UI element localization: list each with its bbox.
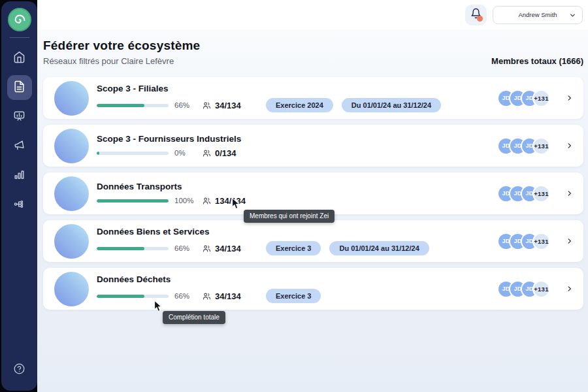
page-title: Fédérer votre écosystème [43,29,583,53]
home-icon [13,51,25,66]
progress-label: 100% [174,197,199,204]
progress-fill [97,247,144,250]
progress-bar [97,295,169,298]
sidebar-item-statistics[interactable] [7,163,32,188]
top-header: Andrew Smith [37,0,588,29]
user-menu-button[interactable]: Andrew Smith [493,6,583,24]
network-title: Scope 3 - Filiales [97,84,441,93]
sidebar-item-announcements[interactable] [7,134,32,159]
sidebar-item-documents[interactable] [7,75,32,100]
avatar-group: JDJDJD+131 [497,90,550,107]
chevron-right-icon[interactable] [564,186,574,201]
avatar-overflow-count: +131 [532,280,550,298]
avatar-group: JDJDJD+131 [497,280,550,298]
progress-bar [97,152,169,155]
network-card[interactable]: Données Biens et Services 66% 34/134 Exe… [43,220,583,262]
members-count: 34/134 [215,101,241,110]
tooltip-completion: Complétion totale [163,311,225,324]
user-name: Andrew Smith [518,11,557,18]
sidebar-item-dashboard[interactable] [7,105,32,129]
avatar-overflow-count: +131 [532,137,550,155]
network-info: Données Biens et Services 66% 34/134 Exe… [97,227,429,255]
members-count-group: 34/134 [202,244,257,253]
network-avatar [54,272,89,306]
network-icon [13,198,25,213]
members-count-group: 134/134 [202,196,257,206]
sidebar-item-help[interactable] [7,357,32,382]
members-icon [202,101,212,110]
badge: Exercice 2024 [266,98,333,112]
badge: Du 01/01/24 au 31/12/24 [329,241,429,255]
sidebar-divider [10,37,29,38]
members-count: 0/134 [215,148,237,158]
progress-fill [97,199,169,203]
avatar-overflow-count: +131 [532,233,550,250]
badge-list: Exercice 3 [266,289,321,303]
network-title: Données Déchets [97,274,321,284]
progress-fill [97,295,144,298]
badge: Exercice 3 [266,289,321,303]
chevron-right-icon[interactable] [564,282,574,296]
tooltip-members-joined: Membres qui ont rejoint Zei [244,210,335,223]
progress-fill [97,152,99,155]
network-title: Scope 3 - Fournisseurs Industriels [97,134,266,144]
members-count-group: 34/134 [202,101,257,110]
network-card[interactable]: Scope 3 - Fournisseurs Industriels 0% 0/… [43,125,583,167]
document-icon [13,80,25,95]
chevron-down-icon [569,12,576,20]
avatar-group: JDJDJD+131 [497,185,550,203]
network-avatar [54,176,89,211]
dashboard-icon [13,110,25,125]
sidebar [1,1,37,391]
network-title: Données Biens et Services [97,227,429,237]
progress-fill [97,104,144,107]
avatar-group: JDJDJD+131 [497,233,550,250]
megaphone-icon [13,139,25,154]
sidebar-item-home[interactable] [7,46,32,71]
network-card[interactable]: Données Déchets 66% 34/134 Exercice 3 JD… [43,268,583,310]
members-count-group: 0/134 [202,148,257,158]
sidebar-nav [7,46,32,218]
progress-bar [97,247,169,250]
network-info: Scope 3 - Filiales 66% 34/134 Exercice 2… [97,84,441,112]
badge-list: Exercice 3Du 01/01/24 au 31/12/24 [266,241,429,255]
notifications-button[interactable] [465,5,487,25]
network-info: Données Déchets 66% 34/134 Exercice 3 [97,274,321,303]
network-avatar [54,81,89,116]
progress-label: 0% [174,149,199,157]
chevron-right-icon[interactable] [564,91,574,105]
mouse-cursor-icon [154,300,163,316]
avatar-group: JDJDJD+131 [497,137,550,155]
members-count: 34/134 [215,291,241,301]
badge-list: Exercice 2024Du 01/01/24 au 31/12/24 [266,98,441,112]
network-card[interactable]: Scope 3 - Filiales 66% 34/134 Exercice 2… [43,77,583,119]
chevron-right-icon[interactable] [564,139,574,153]
members-count: 34/134 [215,244,241,253]
network-card[interactable]: Données Transports 100% 134/134 JDJDJD+1… [43,172,583,214]
members-count-group: 34/134 [202,291,257,301]
chevron-right-icon[interactable] [564,234,574,248]
main-panel: Andrew Smith Fédérer votre écosystème Ré… [37,0,588,392]
members-icon [202,291,212,301]
badge: Du 01/01/24 au 31/12/24 [342,98,441,112]
badge: Exercice 3 [266,241,321,255]
progress-bar [97,104,169,107]
network-avatar [54,224,89,259]
members-total-label: Membres totaux (1666) [491,56,583,66]
avatar-overflow-count: +131 [532,185,550,203]
page-subtitle: Réseaux filtrés pour Claire Lefèvre [43,56,174,66]
help-icon [13,363,25,378]
members-icon [202,244,212,253]
sidebar-item-network[interactable] [7,193,32,218]
members-icon [202,196,212,206]
bar-chart-icon [13,169,25,184]
members-icon [202,148,212,158]
network-title: Données Transports [97,182,266,191]
network-avatar [54,129,89,163]
avatar-overflow-count: +131 [532,90,550,107]
mouse-cursor-icon [231,197,241,213]
network-info: Scope 3 - Fournisseurs Industriels 0% 0/… [97,134,266,158]
progress-label: 66% [174,244,199,252]
notification-dot [477,16,483,22]
zei-spiral-logo[interactable] [8,8,31,31]
